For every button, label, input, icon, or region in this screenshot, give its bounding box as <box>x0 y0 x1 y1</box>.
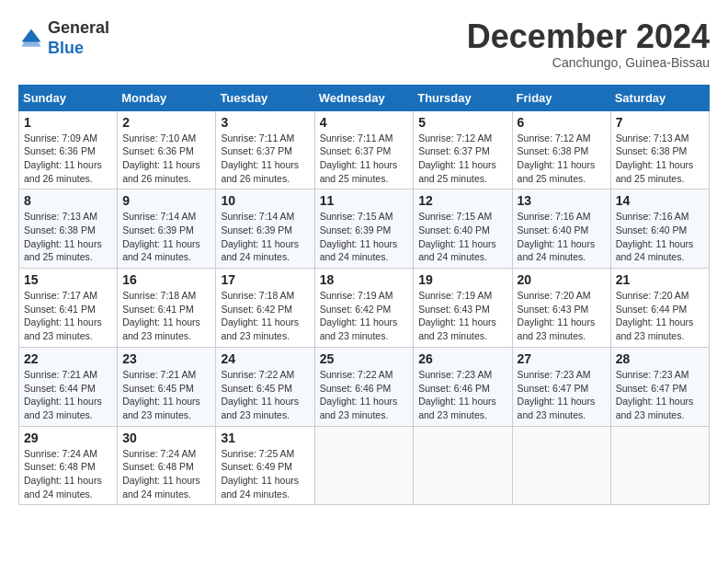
calendar-cell: 11 Sunrise: 7:15 AMSunset: 6:39 PMDaylig… <box>314 190 414 269</box>
day-info: Sunrise: 7:18 AMSunset: 6:42 PMDaylight:… <box>221 290 299 341</box>
day-number: 17 <box>221 272 309 287</box>
day-info: Sunrise: 7:18 AMSunset: 6:41 PMDaylight:… <box>122 290 200 341</box>
calendar-cell: 3 Sunrise: 7:11 AMSunset: 6:37 PMDayligh… <box>216 110 314 190</box>
day-number: 21 <box>616 272 704 287</box>
day-number: 18 <box>320 272 409 287</box>
day-info: Sunrise: 7:13 AMSunset: 6:38 PMDaylight:… <box>24 211 102 262</box>
calendar-header-monday: Monday <box>118 85 216 110</box>
calendar-header-thursday: Thursday <box>414 85 512 110</box>
day-info: Sunrise: 7:23 AMSunset: 6:46 PMDaylight:… <box>418 369 496 420</box>
day-info: Sunrise: 7:20 AMSunset: 6:43 PMDaylight:… <box>518 290 596 341</box>
day-info: Sunrise: 7:20 AMSunset: 6:44 PMDaylight:… <box>616 290 694 341</box>
day-number: 9 <box>122 193 210 208</box>
calendar-cell: 24 Sunrise: 7:22 AMSunset: 6:45 PMDaylig… <box>216 347 314 426</box>
day-number: 24 <box>221 351 309 366</box>
day-info: Sunrise: 7:15 AMSunset: 6:39 PMDaylight:… <box>320 211 398 262</box>
day-info: Sunrise: 7:24 AMSunset: 6:48 PMDaylight:… <box>122 448 200 500</box>
location: Canchungo, Guinea-Bissau <box>467 55 710 70</box>
logo-blue-text: Blue <box>48 39 84 57</box>
logo: General Blue <box>18 18 109 58</box>
calendar-cell: 7 Sunrise: 7:13 AMSunset: 6:38 PMDayligh… <box>610 110 709 190</box>
day-number: 13 <box>518 193 606 208</box>
day-info: Sunrise: 7:15 AMSunset: 6:40 PMDaylight:… <box>418 211 496 262</box>
calendar-cell: 18 Sunrise: 7:19 AMSunset: 6:42 PMDaylig… <box>314 269 414 348</box>
day-info: Sunrise: 7:16 AMSunset: 6:40 PMDaylight:… <box>518 211 596 262</box>
calendar-week-4: 22 Sunrise: 7:21 AMSunset: 6:44 PMDaylig… <box>19 347 710 426</box>
day-number: 28 <box>616 351 704 366</box>
day-info: Sunrise: 7:19 AMSunset: 6:43 PMDaylight:… <box>418 290 496 341</box>
day-info: Sunrise: 7:12 AMSunset: 6:38 PMDaylight:… <box>518 132 596 184</box>
calendar-cell: 13 Sunrise: 7:16 AMSunset: 6:40 PMDaylig… <box>512 190 610 269</box>
day-number: 29 <box>24 431 112 445</box>
calendar-cell: 5 Sunrise: 7:12 AMSunset: 6:37 PMDayligh… <box>414 110 512 190</box>
day-number: 2 <box>122 115 210 130</box>
title-section: December 2024 Canchungo, Guinea-Bissau <box>467 18 710 70</box>
calendar-table: SundayMondayTuesdayWednesdayThursdayFrid… <box>18 85 710 506</box>
calendar-cell: 9 Sunrise: 7:14 AMSunset: 6:39 PMDayligh… <box>118 190 216 269</box>
calendar-cell: 16 Sunrise: 7:18 AMSunset: 6:41 PMDaylig… <box>118 269 216 348</box>
day-number: 12 <box>418 193 506 208</box>
day-info: Sunrise: 7:14 AMSunset: 6:39 PMDaylight:… <box>221 211 299 262</box>
day-number: 19 <box>418 272 506 287</box>
calendar-cell: 6 Sunrise: 7:12 AMSunset: 6:38 PMDayligh… <box>512 110 610 190</box>
calendar-header-row: SundayMondayTuesdayWednesdayThursdayFrid… <box>19 85 710 110</box>
calendar-cell <box>512 426 610 505</box>
day-number: 30 <box>122 431 210 445</box>
day-info: Sunrise: 7:11 AMSunset: 6:37 PMDaylight:… <box>221 132 299 184</box>
day-number: 5 <box>418 115 506 130</box>
calendar-header-saturday: Saturday <box>610 85 709 110</box>
calendar-cell: 4 Sunrise: 7:11 AMSunset: 6:37 PMDayligh… <box>314 110 414 190</box>
day-number: 8 <box>24 193 112 208</box>
day-info: Sunrise: 7:23 AMSunset: 6:47 PMDaylight:… <box>518 369 596 420</box>
day-info: Sunrise: 7:17 AMSunset: 6:41 PMDaylight:… <box>24 290 102 341</box>
calendar-cell: 30 Sunrise: 7:24 AMSunset: 6:48 PMDaylig… <box>118 426 216 505</box>
calendar-cell <box>414 426 512 505</box>
calendar-cell: 31 Sunrise: 7:25 AMSunset: 6:49 PMDaylig… <box>216 426 314 505</box>
calendar-cell: 8 Sunrise: 7:13 AMSunset: 6:38 PMDayligh… <box>19 190 118 269</box>
calendar-week-3: 15 Sunrise: 7:17 AMSunset: 6:41 PMDaylig… <box>19 269 710 348</box>
calendar-cell: 15 Sunrise: 7:17 AMSunset: 6:41 PMDaylig… <box>19 269 118 348</box>
calendar-cell: 2 Sunrise: 7:10 AMSunset: 6:36 PMDayligh… <box>118 110 216 190</box>
day-info: Sunrise: 7:12 AMSunset: 6:37 PMDaylight:… <box>418 132 496 184</box>
calendar-cell: 14 Sunrise: 7:16 AMSunset: 6:40 PMDaylig… <box>610 190 709 269</box>
calendar-cell: 27 Sunrise: 7:23 AMSunset: 6:47 PMDaylig… <box>512 347 610 426</box>
calendar-week-1: 1 Sunrise: 7:09 AMSunset: 6:36 PMDayligh… <box>19 110 710 190</box>
day-info: Sunrise: 7:13 AMSunset: 6:38 PMDaylight:… <box>616 132 694 184</box>
day-info: Sunrise: 7:10 AMSunset: 6:36 PMDaylight:… <box>122 132 200 184</box>
day-number: 25 <box>320 351 409 366</box>
calendar-cell: 22 Sunrise: 7:21 AMSunset: 6:44 PMDaylig… <box>19 347 118 426</box>
day-number: 3 <box>221 115 309 130</box>
calendar-cell: 29 Sunrise: 7:24 AMSunset: 6:48 PMDaylig… <box>19 426 118 505</box>
page-header: General Blue December 2024 Canchungo, Gu… <box>18 18 710 70</box>
day-number: 10 <box>221 193 309 208</box>
day-number: 11 <box>320 193 409 208</box>
day-info: Sunrise: 7:25 AMSunset: 6:49 PMDaylight:… <box>221 448 299 500</box>
calendar-header-friday: Friday <box>512 85 610 110</box>
day-info: Sunrise: 7:22 AMSunset: 6:46 PMDaylight:… <box>320 369 398 420</box>
day-number: 7 <box>616 115 704 130</box>
calendar-header-tuesday: Tuesday <box>216 85 314 110</box>
logo-icon <box>18 26 44 52</box>
day-number: 27 <box>518 351 606 366</box>
logo-general-text: General <box>48 18 109 37</box>
month-title: December 2024 <box>467 18 710 55</box>
calendar-cell: 25 Sunrise: 7:22 AMSunset: 6:46 PMDaylig… <box>314 347 414 426</box>
day-info: Sunrise: 7:21 AMSunset: 6:44 PMDaylight:… <box>24 369 102 420</box>
day-info: Sunrise: 7:11 AMSunset: 6:37 PMDaylight:… <box>320 132 398 184</box>
day-number: 15 <box>24 272 112 287</box>
day-number: 23 <box>122 351 210 366</box>
calendar-cell: 12 Sunrise: 7:15 AMSunset: 6:40 PMDaylig… <box>414 190 512 269</box>
day-info: Sunrise: 7:19 AMSunset: 6:42 PMDaylight:… <box>320 290 398 341</box>
day-info: Sunrise: 7:09 AMSunset: 6:36 PMDaylight:… <box>24 132 102 184</box>
day-info: Sunrise: 7:16 AMSunset: 6:40 PMDaylight:… <box>616 211 694 262</box>
calendar-cell: 20 Sunrise: 7:20 AMSunset: 6:43 PMDaylig… <box>512 269 610 348</box>
calendar-cell: 1 Sunrise: 7:09 AMSunset: 6:36 PMDayligh… <box>19 110 118 190</box>
calendar-cell <box>610 426 709 505</box>
day-number: 14 <box>616 193 704 208</box>
calendar-cell: 21 Sunrise: 7:20 AMSunset: 6:44 PMDaylig… <box>610 269 709 348</box>
calendar-header-sunday: Sunday <box>19 85 118 110</box>
day-info: Sunrise: 7:14 AMSunset: 6:39 PMDaylight:… <box>122 211 200 262</box>
day-number: 22 <box>24 351 112 366</box>
day-info: Sunrise: 7:21 AMSunset: 6:45 PMDaylight:… <box>122 369 200 420</box>
calendar-cell: 19 Sunrise: 7:19 AMSunset: 6:43 PMDaylig… <box>414 269 512 348</box>
